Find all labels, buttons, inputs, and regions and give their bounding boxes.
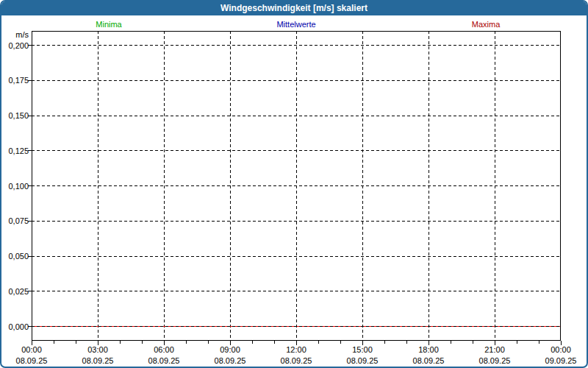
x-tick-time-label: 15:00 (329, 345, 395, 355)
x-tick-date-label: 08.09.25 (197, 356, 263, 366)
y-tick-label: 0,075 (1, 216, 29, 226)
x-tick-date-label: 08.09.25 (0, 356, 65, 366)
x-tick-time-label: 00:00 (528, 345, 588, 355)
x-tick-time-label: 12:00 (263, 345, 329, 355)
wind-speed-chart-window: Windgeschwindigkeit [m/s] skaliert Minim… (0, 0, 588, 368)
x-tick-date-label: 08.09.25 (65, 356, 131, 366)
y-tick-label: 0,175 (1, 75, 29, 85)
x-tick-date-label: 08.09.25 (263, 356, 329, 366)
y-tick-label: 0,150 (1, 110, 29, 121)
y-tick-label: 0,200 (1, 40, 29, 51)
x-tick-time-label: 06:00 (131, 345, 197, 355)
y-tick-label: 0,050 (1, 251, 29, 261)
y-tick-label: 0,125 (1, 146, 29, 156)
x-tick-time-label: 03:00 (65, 345, 131, 355)
x-tick-date-label: 08.09.25 (329, 356, 395, 366)
x-tick-date-label: 08.09.25 (395, 356, 462, 366)
x-tick-time-label: 09:00 (197, 345, 263, 355)
legend-item-minima: Minima (96, 20, 121, 29)
y-tick-label: 0,000 (1, 322, 29, 332)
chart-frame: Windgeschwindigkeit [m/s] skaliert Minim… (0, 0, 588, 368)
plot-area (32, 31, 561, 341)
y-tick-label: 0,100 (1, 181, 29, 191)
x-tick-date-label: 09.09.25 (528, 356, 588, 366)
x-tick-date-label: 08.09.25 (131, 356, 197, 366)
x-tick-time-label: 00:00 (0, 345, 65, 355)
x-tick-date-label: 08.09.25 (462, 356, 528, 366)
legend-item-mittelwerte: Mittelwerte (276, 20, 315, 29)
x-tick-time-label: 18:00 (395, 345, 462, 355)
y-axis-unit-label: m/s (1, 30, 29, 39)
y-tick-label: 0,025 (1, 286, 29, 297)
chart-title: Windgeschwindigkeit [m/s] skaliert (1, 1, 587, 15)
legend-item-maxima: Maxima (472, 20, 501, 29)
x-tick-time-label: 21:00 (462, 345, 528, 355)
